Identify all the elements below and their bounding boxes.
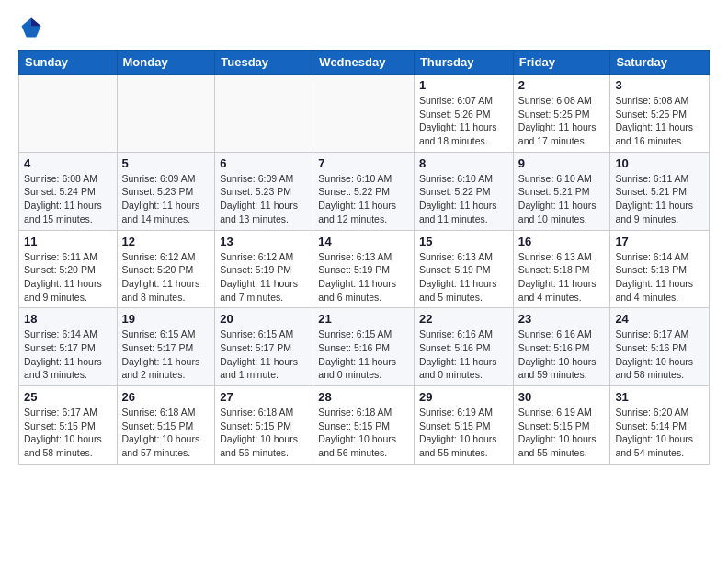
calendar-cell: 24Sunrise: 6:17 AMSunset: 5:16 PMDayligh…: [610, 308, 710, 386]
day-number: 3: [615, 78, 704, 92]
calendar-cell: 18Sunrise: 6:14 AMSunset: 5:17 PMDayligh…: [19, 308, 118, 386]
weekday-header-sunday: Sunday: [19, 51, 118, 75]
day-info: Sunrise: 6:18 AMSunset: 5:15 PMDaylight:…: [318, 406, 409, 460]
calendar-cell: 29Sunrise: 6:19 AMSunset: 5:15 PMDayligh…: [414, 386, 513, 465]
weekday-header-wednesday: Wednesday: [313, 51, 415, 75]
day-number: 21: [318, 312, 409, 326]
day-info: Sunrise: 6:10 AMSunset: 5:21 PMDaylight:…: [518, 172, 606, 226]
calendar-cell: 12Sunrise: 6:12 AMSunset: 5:20 PMDayligh…: [117, 230, 215, 308]
logo-icon: [18, 15, 44, 40]
day-number: 31: [615, 390, 704, 404]
day-info: Sunrise: 6:10 AMSunset: 5:22 PMDaylight:…: [318, 172, 409, 226]
svg-marker-1: [31, 18, 41, 27]
weekday-header-row: SundayMondayTuesdayWednesdayThursdayFrid…: [19, 51, 710, 75]
calendar-cell: 9Sunrise: 6:10 AMSunset: 5:21 PMDaylight…: [513, 152, 610, 230]
day-number: 30: [518, 390, 606, 404]
day-info: Sunrise: 6:19 AMSunset: 5:15 PMDaylight:…: [419, 406, 508, 460]
day-number: 14: [318, 235, 409, 248]
calendar-cell: 10Sunrise: 6:11 AMSunset: 5:21 PMDayligh…: [610, 152, 710, 230]
day-info: Sunrise: 6:13 AMSunset: 5:18 PMDaylight:…: [518, 250, 606, 304]
day-number: 5: [122, 156, 210, 170]
week-row-2: 4Sunrise: 6:08 AMSunset: 5:24 PMDaylight…: [19, 152, 710, 230]
calendar-cell: 4Sunrise: 6:08 AMSunset: 5:24 PMDaylight…: [19, 152, 118, 230]
day-info: Sunrise: 6:17 AMSunset: 5:15 PMDaylight:…: [24, 406, 112, 460]
day-number: 18: [24, 312, 112, 326]
day-number: 16: [518, 235, 606, 248]
calendar-cell: 5Sunrise: 6:09 AMSunset: 5:23 PMDaylight…: [117, 152, 215, 230]
calendar-cell: 2Sunrise: 6:08 AMSunset: 5:25 PMDaylight…: [513, 75, 610, 153]
weekday-header-monday: Monday: [117, 51, 215, 75]
day-number: 11: [24, 235, 112, 248]
calendar-cell: 1Sunrise: 6:07 AMSunset: 5:26 PMDaylight…: [414, 75, 513, 153]
week-row-1: 1Sunrise: 6:07 AMSunset: 5:26 PMDaylight…: [19, 75, 710, 153]
day-info: Sunrise: 6:16 AMSunset: 5:16 PMDaylight:…: [518, 327, 606, 382]
calendar-cell: 15Sunrise: 6:13 AMSunset: 5:19 PMDayligh…: [414, 230, 513, 308]
day-info: Sunrise: 6:08 AMSunset: 5:25 PMDaylight:…: [518, 94, 606, 148]
calendar-cell: 11Sunrise: 6:11 AMSunset: 5:20 PMDayligh…: [19, 230, 118, 308]
day-info: Sunrise: 6:18 AMSunset: 5:15 PMDaylight:…: [122, 406, 210, 460]
calendar-cell: 30Sunrise: 6:19 AMSunset: 5:15 PMDayligh…: [513, 386, 610, 465]
day-number: 13: [220, 235, 308, 248]
weekday-header-tuesday: Tuesday: [215, 51, 313, 75]
day-number: 19: [122, 312, 210, 326]
day-info: Sunrise: 6:15 AMSunset: 5:16 PMDaylight:…: [318, 327, 409, 382]
calendar-cell: 6Sunrise: 6:09 AMSunset: 5:23 PMDaylight…: [215, 152, 313, 230]
day-number: 26: [122, 390, 210, 404]
day-info: Sunrise: 6:14 AMSunset: 5:17 PMDaylight:…: [24, 327, 112, 382]
calendar-cell: [117, 75, 215, 153]
day-info: Sunrise: 6:11 AMSunset: 5:20 PMDaylight:…: [24, 250, 112, 304]
day-number: 1: [419, 78, 508, 92]
calendar-cell: [313, 75, 415, 153]
day-info: Sunrise: 6:10 AMSunset: 5:22 PMDaylight:…: [419, 172, 508, 226]
calendar-cell: 17Sunrise: 6:14 AMSunset: 5:18 PMDayligh…: [610, 230, 710, 308]
day-info: Sunrise: 6:09 AMSunset: 5:23 PMDaylight:…: [122, 172, 210, 226]
calendar-cell: 31Sunrise: 6:20 AMSunset: 5:14 PMDayligh…: [610, 386, 710, 465]
day-number: 4: [24, 156, 112, 170]
calendar-cell: [19, 75, 118, 153]
day-number: 8: [419, 156, 508, 170]
day-number: 9: [518, 156, 606, 170]
day-info: Sunrise: 6:16 AMSunset: 5:16 PMDaylight:…: [419, 327, 508, 382]
day-number: 28: [318, 390, 409, 404]
calendar-cell: 26Sunrise: 6:18 AMSunset: 5:15 PMDayligh…: [117, 386, 215, 465]
calendar-cell: 19Sunrise: 6:15 AMSunset: 5:17 PMDayligh…: [117, 308, 215, 386]
day-number: 2: [518, 78, 606, 92]
week-row-3: 11Sunrise: 6:11 AMSunset: 5:20 PMDayligh…: [19, 230, 710, 308]
day-info: Sunrise: 6:14 AMSunset: 5:18 PMDaylight:…: [615, 250, 704, 304]
day-info: Sunrise: 6:13 AMSunset: 5:19 PMDaylight:…: [419, 250, 508, 304]
day-info: Sunrise: 6:17 AMSunset: 5:16 PMDaylight:…: [615, 327, 704, 382]
weekday-header-thursday: Thursday: [414, 51, 513, 75]
day-number: 27: [220, 390, 308, 404]
calendar-cell: 13Sunrise: 6:12 AMSunset: 5:19 PMDayligh…: [215, 230, 313, 308]
day-info: Sunrise: 6:20 AMSunset: 5:14 PMDaylight:…: [615, 406, 704, 460]
calendar-cell: 21Sunrise: 6:15 AMSunset: 5:16 PMDayligh…: [313, 308, 415, 386]
calendar-cell: 14Sunrise: 6:13 AMSunset: 5:19 PMDayligh…: [313, 230, 415, 308]
day-number: 22: [419, 312, 508, 326]
day-number: 17: [615, 235, 704, 248]
calendar-cell: 28Sunrise: 6:18 AMSunset: 5:15 PMDayligh…: [313, 386, 415, 465]
day-number: 12: [122, 235, 210, 248]
calendar-cell: 22Sunrise: 6:16 AMSunset: 5:16 PMDayligh…: [414, 308, 513, 386]
day-info: Sunrise: 6:08 AMSunset: 5:24 PMDaylight:…: [24, 172, 112, 226]
day-info: Sunrise: 6:08 AMSunset: 5:25 PMDaylight:…: [615, 94, 704, 148]
day-info: Sunrise: 6:15 AMSunset: 5:17 PMDaylight:…: [122, 327, 210, 382]
day-info: Sunrise: 6:07 AMSunset: 5:26 PMDaylight:…: [419, 94, 508, 148]
day-number: 23: [518, 312, 606, 326]
day-number: 24: [615, 312, 704, 326]
day-number: 6: [220, 156, 308, 170]
day-number: 25: [24, 390, 112, 404]
day-number: 10: [615, 156, 704, 170]
weekday-header-saturday: Saturday: [610, 51, 710, 75]
day-number: 20: [220, 312, 308, 326]
day-info: Sunrise: 6:13 AMSunset: 5:19 PMDaylight:…: [318, 250, 409, 304]
weekday-header-friday: Friday: [513, 51, 610, 75]
day-number: 15: [419, 235, 508, 248]
day-info: Sunrise: 6:12 AMSunset: 5:20 PMDaylight:…: [122, 250, 210, 304]
week-row-5: 25Sunrise: 6:17 AMSunset: 5:15 PMDayligh…: [19, 386, 710, 465]
calendar-table: SundayMondayTuesdayWednesdayThursdayFrid…: [18, 50, 710, 465]
page-header: [18, 15, 710, 40]
day-info: Sunrise: 6:11 AMSunset: 5:21 PMDaylight:…: [615, 172, 704, 226]
calendar-cell: 25Sunrise: 6:17 AMSunset: 5:15 PMDayligh…: [19, 386, 118, 465]
day-info: Sunrise: 6:18 AMSunset: 5:15 PMDaylight:…: [220, 406, 308, 460]
calendar-cell: 3Sunrise: 6:08 AMSunset: 5:25 PMDaylight…: [610, 75, 710, 153]
